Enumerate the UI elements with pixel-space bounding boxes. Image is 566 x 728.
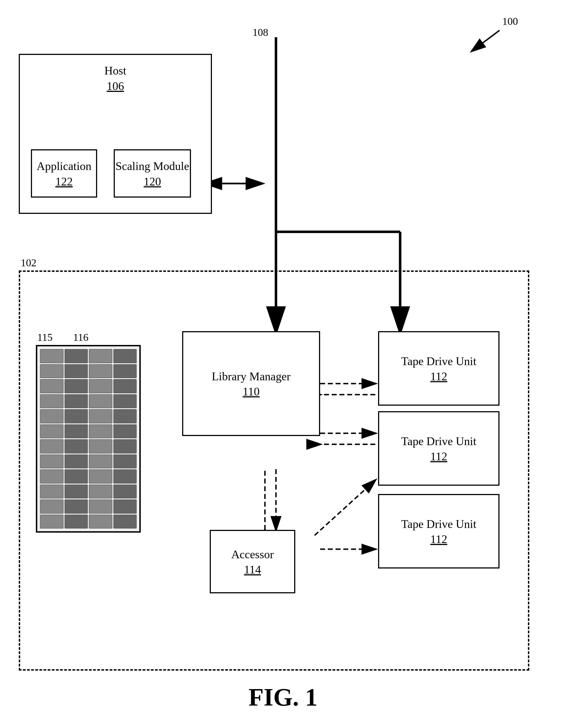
host-label: Host	[104, 63, 126, 78]
ref-100: 100	[502, 15, 518, 27]
library-manager-box: Library Manager 110	[182, 331, 320, 436]
application-box: Application 122	[31, 149, 97, 198]
library-manager-label: Library Manager	[212, 369, 291, 384]
application-ref: 122	[55, 175, 73, 188]
ref-102: 102	[21, 257, 36, 269]
tape-drive-3-ref: 112	[430, 533, 447, 546]
host-ref: 106	[104, 79, 126, 93]
svg-line-6	[472, 30, 499, 51]
diagram: 100	[0, 0, 566, 728]
scaling-module-box: Scaling Module 120	[114, 149, 191, 198]
library-manager-ref: 110	[243, 385, 259, 398]
tape-drive-1-label: Tape Drive Unit	[401, 354, 476, 369]
application-label: Application	[37, 159, 91, 174]
scaling-module-ref: 120	[144, 175, 161, 188]
figure-label: FIG. 1	[248, 683, 317, 711]
host-box: Host 106 Application 122 Scaling Module …	[19, 54, 212, 214]
accessor-box: Accessor 114	[210, 530, 295, 593]
tape-drive-3-label: Tape Drive Unit	[401, 517, 476, 532]
tape-drive-1-ref: 112	[430, 370, 447, 383]
tape-rack	[36, 345, 141, 533]
accessor-label: Accessor	[231, 547, 274, 562]
ref-116: 116	[73, 331, 89, 343]
tape-drive-2-label: Tape Drive Unit	[401, 434, 476, 449]
ref-108: 108	[253, 26, 268, 38]
tape-drive-2-box: Tape Drive Unit 112	[378, 411, 499, 486]
tape-drive-2-ref: 112	[430, 450, 447, 463]
tape-drive-1-box: Tape Drive Unit 112	[378, 331, 499, 406]
tape-drive-3-box: Tape Drive Unit 112	[378, 494, 499, 568]
scaling-module-label: Scaling Module	[115, 159, 189, 174]
ref-115: 115	[37, 331, 53, 343]
accessor-ref: 114	[244, 563, 261, 576]
